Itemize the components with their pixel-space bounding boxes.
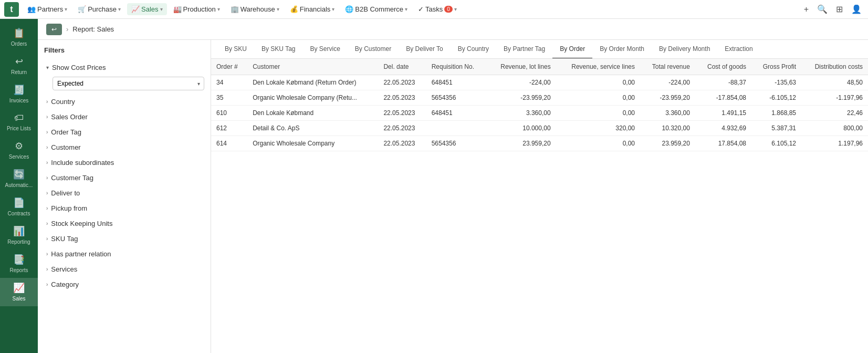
sidebar-item-invoices[interactable]: 🧾 Invoices [0, 80, 38, 108]
cell-rev-lot: -23.959,20 [487, 90, 556, 106]
cell-customer: Organic Wholesale Company [247, 136, 378, 151]
table-row[interactable]: 35 Organic Wholesale Company (Retu... 22… [211, 90, 868, 106]
tab-by-sku[interactable]: By SKU [217, 40, 254, 59]
filter-header-services[interactable]: › Services [44, 262, 204, 276]
return-icon: ↩ [15, 56, 23, 67]
cell-rev-lot: 3.360,00 [487, 106, 556, 121]
filter-header-subordinates[interactable]: › Include subordinates [44, 155, 204, 170]
cell-dist-costs: 48,50 [801, 75, 868, 90]
logo[interactable]: t [4, 2, 19, 17]
filter-section-sku: › Stock Keeping Units [44, 216, 204, 231]
nav-tasks[interactable]: ✓ Tasks 0 ▾ [414, 3, 461, 15]
cell-req-no: 648451 [426, 75, 487, 90]
cost-prices-select[interactable]: Expected Actual [53, 77, 204, 90]
sidebar-item-reports[interactable]: 📑 Reports [0, 250, 38, 278]
tab-by-order[interactable]: By Order [552, 40, 592, 59]
contracts-icon: 📄 [13, 197, 25, 209]
col-rev-svc: Revenue, service lines [556, 59, 640, 75]
table-row[interactable]: 610 Den Lokale Købmand 22.05.2023 648451… [211, 106, 868, 121]
sidebar-item-price-lists[interactable]: 🏷 Price Lists [0, 108, 38, 136]
cell-total-rev: 3.360,00 [640, 106, 695, 121]
nav-purchase[interactable]: 🛒 Purchase ▾ [74, 3, 125, 15]
nav-production[interactable]: 🏭 Production ▾ [169, 3, 224, 15]
tab-by-order-month[interactable]: By Order Month [592, 40, 652, 59]
add-button[interactable]: + [802, 3, 811, 16]
filter-header-customer-tag[interactable]: › Customer Tag [44, 171, 204, 185]
sales-icon: 📈 [131, 5, 140, 13]
nav-partners[interactable]: 👥 Partners ▾ [23, 3, 71, 15]
invoices-icon: 🧾 [13, 84, 25, 96]
sidebar-item-contracts[interactable]: 📄 Contracts [0, 193, 38, 221]
cell-del-date: 22.05.2023 [378, 75, 426, 90]
tab-by-partner-tag[interactable]: By Partner Tag [496, 40, 552, 59]
filter-header-partner-relation[interactable]: › Has partner relation [44, 247, 204, 261]
filter-header-category[interactable]: › Category [44, 277, 204, 292]
sidebar-item-reporting[interactable]: 📊 Reporting [0, 221, 38, 250]
tab-by-sku-tag[interactable]: By SKU Tag [254, 40, 302, 59]
cell-cost-goods: 17.854,08 [695, 136, 751, 151]
sidebar-item-return[interactable]: ↩ Return [0, 51, 38, 80]
table-row[interactable]: 612 Detail & Co. ApS 22.05.2023 10.000,0… [211, 121, 868, 136]
cell-customer: Den Lokale Købmand [247, 106, 378, 121]
filter-header-customer[interactable]: › Customer [44, 140, 204, 154]
col-dist-costs: Distribution costs [801, 59, 868, 75]
user-button[interactable]: 👤 [849, 2, 864, 16]
cell-dist-costs: 22,46 [801, 106, 868, 121]
filter-header-order-tag[interactable]: › Order Tag [44, 125, 204, 139]
tab-by-country[interactable]: By Country [451, 40, 496, 59]
filter-section-country: › Country [44, 95, 204, 109]
tab-extraction[interactable]: Extraction [717, 40, 760, 59]
filter-header-sku-tag[interactable]: › SKU Tag [44, 232, 204, 246]
chevron-sales-order: › [46, 114, 48, 120]
table-row[interactable]: 34 Den Lokale Købmand (Return Order) 22.… [211, 75, 868, 90]
reports-icon: 📑 [13, 254, 25, 265]
breadcrumb-bar: ↩ › Report: Sales [38, 19, 868, 40]
filter-section-deliver-to: › Deliver to [44, 186, 204, 200]
nav-financials[interactable]: 💰 Financials ▾ [286, 3, 339, 15]
cell-req-no: 5654356 [426, 90, 487, 106]
chevron-services: › [46, 266, 48, 272]
filter-section-subordinates: › Include subordinates [44, 155, 204, 170]
table-row[interactable]: 614 Organic Wholesale Company 22.05.2023… [211, 136, 868, 151]
partners-icon: 👥 [27, 5, 36, 13]
nav-b2b[interactable]: 🌐 B2B Commerce ▾ [341, 3, 412, 15]
grid-button[interactable]: ⊞ [834, 2, 845, 16]
warehouse-icon: 🏢 [231, 5, 239, 13]
filter-header-country[interactable]: › Country [44, 95, 204, 109]
sidebar-item-sales[interactable]: 📈 Sales [0, 278, 38, 306]
cell-order-num: 612 [211, 121, 247, 136]
search-button[interactable]: 🔍 [815, 2, 830, 16]
tasks-icon: ✓ [418, 5, 424, 13]
production-icon: 🏭 [173, 5, 182, 13]
cell-gross-profit: 1.868,85 [751, 106, 801, 121]
chevron-partners: ▾ [65, 6, 67, 12]
filter-header-sales-order[interactable]: › Sales Order [44, 110, 204, 124]
filter-header-deliver-to[interactable]: › Deliver to [44, 186, 204, 200]
tab-by-delivery-month[interactable]: By Delivery Month [652, 40, 717, 59]
tab-by-customer[interactable]: By Customer [348, 40, 399, 59]
sidebar-item-orders[interactable]: 📋 Orders [0, 23, 38, 51]
tab-by-service[interactable]: By Service [303, 40, 348, 59]
nav-sales[interactable]: 📈 Sales ▾ [127, 3, 167, 15]
tasks-badge: 0 [444, 6, 453, 13]
nav-warehouse[interactable]: 🏢 Warehouse ▾ [226, 3, 284, 15]
filter-header-pickup-from[interactable]: › Pickup from [44, 201, 204, 215]
cell-cost-goods: -88,37 [695, 75, 751, 90]
filter-section-customer-tag: › Customer Tag [44, 171, 204, 185]
filter-title: Filters [44, 46, 204, 54]
chevron-b2b: ▾ [405, 6, 407, 12]
filter-header-cost-prices[interactable]: ▾ Show Cost Prices [44, 60, 204, 75]
report-area: By SKU By SKU Tag By Service By Customer… [211, 40, 868, 353]
back-button[interactable]: ↩ [46, 24, 62, 35]
filter-section-sales-order: › Sales Order [44, 110, 204, 124]
cell-rev-svc: 320,00 [556, 121, 640, 136]
tab-by-deliver-to[interactable]: By Deliver To [399, 40, 450, 59]
b2b-icon: 🌐 [345, 5, 353, 13]
sidebar-item-automatic[interactable]: 🔄 Automatic... [0, 164, 38, 193]
reporting-icon: 📊 [13, 225, 25, 237]
automatic-icon: 🔄 [13, 169, 25, 180]
filter-header-sku[interactable]: › Stock Keeping Units [44, 216, 204, 231]
cell-del-date: 22.05.2023 [378, 90, 426, 106]
cell-order-num: 614 [211, 136, 247, 151]
sidebar-item-services[interactable]: ⚙ Services [0, 136, 38, 164]
